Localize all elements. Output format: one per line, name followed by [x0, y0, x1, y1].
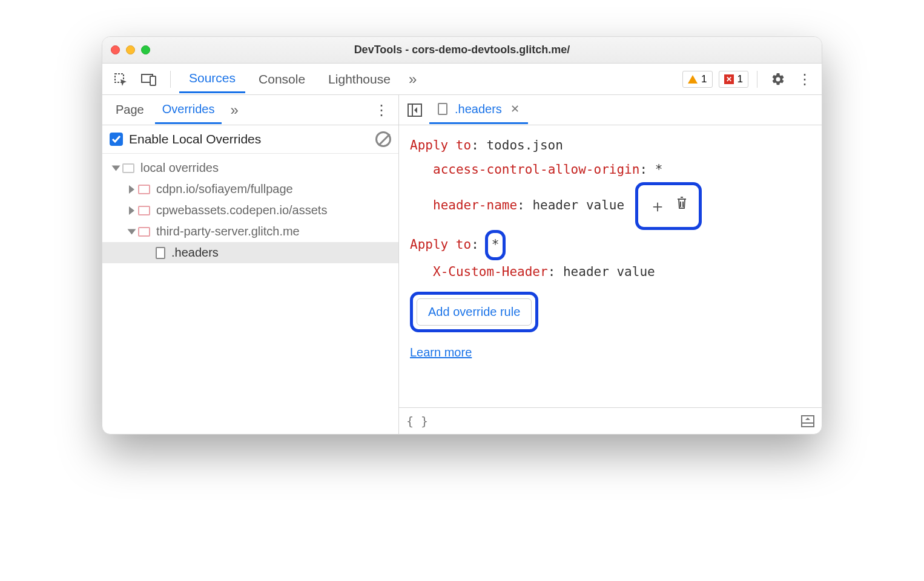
tab-lighthouse[interactable]: Lighthouse	[318, 66, 400, 93]
error-icon: ✕	[724, 74, 734, 84]
tree-root-label: local overrides	[140, 161, 219, 175]
kebab-menu-icon[interactable]: ⋮	[794, 71, 816, 88]
editor-status-bar: { }	[399, 407, 822, 434]
svg-rect-7	[802, 416, 814, 427]
header-row[interactable]: header-name: header value ＋	[410, 182, 811, 230]
titlebar: DevTools - cors-demo-devtools.glitch.me/	[102, 37, 822, 64]
svg-rect-2	[150, 76, 156, 85]
more-tabs-icon[interactable]: »	[404, 68, 420, 90]
tree-folder[interactable]: cpwebassets.codepen.io/assets	[102, 200, 398, 221]
main-toolbar: Sources Console Lighthouse » 1 ✕ 1 ⋮	[102, 64, 822, 95]
enable-overrides-label: Enable Local Overrides	[129, 132, 261, 146]
warnings-count: 1	[701, 73, 707, 85]
apply-to-label: Apply to	[410, 237, 471, 252]
devtools-window: DevTools - cors-demo-devtools.glitch.me/…	[102, 36, 822, 435]
content-area: Page Overrides » ⋮ Enable Local Override…	[102, 95, 822, 434]
tree-folder-label: cdpn.io/sofiayem/fullpage	[156, 182, 293, 196]
folder-icon	[122, 163, 134, 173]
delete-header-icon[interactable]	[676, 194, 688, 218]
header-name: header-name	[433, 198, 517, 212]
warning-icon	[688, 75, 698, 84]
apply-to-label: Apply to	[410, 138, 471, 153]
headers-editor: Apply to: todos.json access-control-allo…	[399, 125, 822, 407]
chevron-down-icon	[112, 165, 120, 171]
highlight-annotation: Add override rule	[410, 292, 538, 332]
enable-overrides-row: Enable Local Overrides	[102, 125, 398, 154]
toolbar-divider	[170, 71, 171, 88]
tree-file-selected[interactable]: .headers	[102, 242, 398, 263]
apply-to-target[interactable]: *	[492, 233, 500, 257]
folder-icon	[138, 227, 150, 237]
chevron-right-icon	[129, 185, 134, 194]
highlight-annotation: ＋	[635, 182, 702, 230]
apply-to-target: todos.json	[486, 138, 563, 153]
clear-overrides-icon[interactable]	[375, 131, 391, 147]
settings-gear-icon[interactable]	[766, 70, 790, 89]
pretty-print-icon[interactable]: { }	[406, 414, 428, 428]
navigator-panel: Page Overrides » ⋮ Enable Local Override…	[102, 95, 399, 434]
learn-more-link[interactable]: Learn more	[410, 346, 472, 359]
chevron-down-icon	[128, 229, 136, 234]
header-value: *	[655, 162, 663, 177]
close-tab-icon[interactable]: ✕	[510, 102, 520, 116]
tree-folder-label: cpwebassets.codepen.io/assets	[156, 203, 327, 217]
navigator-more-tabs-icon[interactable]: »	[225, 99, 241, 121]
folder-icon	[138, 206, 150, 215]
header-row[interactable]: X-Custom-Header: header value	[410, 260, 811, 284]
add-header-icon[interactable]: ＋	[649, 190, 666, 222]
chevron-right-icon	[129, 206, 134, 215]
toggle-drawer-icon[interactable]	[801, 415, 814, 427]
window-title: DevTools - cors-demo-devtools.glitch.me/	[102, 44, 822, 56]
highlight-annotation: *	[485, 230, 506, 260]
editor-tabs: .headers ✕	[399, 95, 822, 125]
apply-to-row[interactable]: Apply to: todos.json	[410, 134, 811, 158]
header-value: header value	[532, 198, 624, 212]
tab-console[interactable]: Console	[249, 66, 315, 93]
header-name: X-Custom-Header	[433, 264, 548, 279]
editor-tab-headers[interactable]: .headers ✕	[429, 96, 528, 124]
folder-icon	[138, 185, 150, 194]
editor-panel: .headers ✕ Apply to: todos.json access-c…	[399, 95, 822, 434]
tree-folder-label: third-party-server.glitch.me	[156, 225, 300, 238]
toggle-navigator-icon[interactable]	[403, 101, 427, 119]
tree-root[interactable]: local overrides	[102, 157, 398, 179]
navigator-tab-page[interactable]: Page	[108, 97, 151, 123]
navigator-tabs: Page Overrides » ⋮	[102, 95, 398, 125]
header-row[interactable]: access-control-allow-origin: *	[410, 158, 811, 182]
errors-badge[interactable]: ✕ 1	[719, 71, 748, 88]
enable-overrides-checkbox[interactable]	[110, 133, 123, 146]
editor-tab-label: .headers	[455, 102, 502, 116]
tree-folder[interactable]: cdpn.io/sofiayem/fullpage	[102, 179, 398, 200]
header-name: access-control-allow-origin	[433, 162, 639, 177]
warnings-badge[interactable]: 1	[682, 71, 712, 88]
device-toolbar-icon[interactable]	[136, 70, 162, 88]
errors-count: 1	[738, 73, 743, 85]
inspect-element-icon[interactable]	[108, 70, 133, 89]
file-tree: local overrides cdpn.io/sofiayem/fullpag…	[102, 154, 398, 267]
navigator-menu-icon[interactable]: ⋮	[371, 102, 392, 119]
tab-sources[interactable]: Sources	[179, 65, 245, 93]
file-icon	[156, 247, 165, 259]
navigator-tab-overrides[interactable]: Overrides	[155, 96, 222, 124]
header-value: header value	[563, 264, 655, 279]
tree-file-label: .headers	[171, 246, 219, 260]
tree-folder[interactable]: third-party-server.glitch.me	[102, 221, 398, 242]
toolbar-divider	[757, 71, 757, 88]
add-override-rule-button[interactable]: Add override rule	[417, 298, 532, 326]
file-icon	[438, 103, 447, 115]
apply-to-row[interactable]: Apply to: *	[410, 230, 811, 260]
